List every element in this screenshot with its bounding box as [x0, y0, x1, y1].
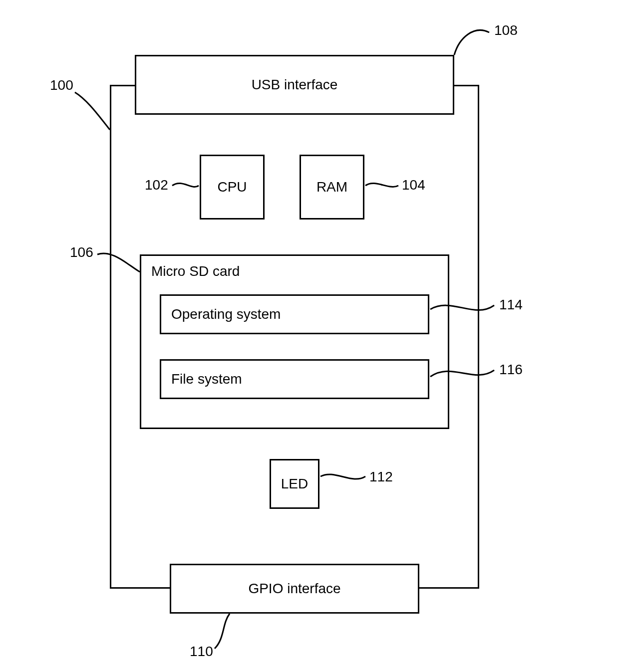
leader-lines — [0, 0, 619, 672]
diagram-container: USB interface CPU RAM Micro SD card Oper… — [0, 0, 619, 672]
